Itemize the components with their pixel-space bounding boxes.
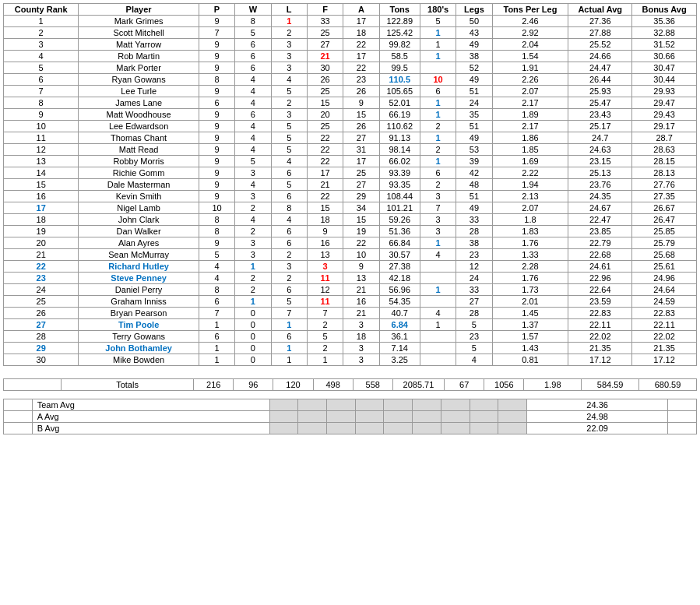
- table-cell: 21: [307, 51, 343, 62]
- table-cell: 99.82: [379, 39, 420, 51]
- table-cell: 99.5: [379, 62, 420, 74]
- table-cell: 25.79: [632, 237, 697, 249]
- table-cell: 8: [4, 97, 79, 109]
- table-cell: 2: [420, 121, 456, 132]
- table-cell: 52.01: [379, 97, 420, 109]
- table-cell: 1: [199, 354, 234, 366]
- table-cell: 16: [343, 296, 379, 308]
- table-cell: Matt Read: [79, 144, 199, 156]
- table-cell: 3: [271, 62, 307, 74]
- avg-row: Team Avg24.36: [4, 399, 697, 411]
- table-cell: 11: [4, 132, 79, 144]
- table-cell: [420, 343, 456, 354]
- table-cell: 27: [343, 132, 379, 144]
- table-cell: 6: [235, 51, 271, 62]
- table-cell: 9: [307, 226, 343, 237]
- table-cell: 6.84: [379, 319, 420, 331]
- header-actual-avg: Actual Avg: [568, 4, 632, 16]
- table-cell: 12: [456, 261, 492, 273]
- table-cell: 110.62: [379, 121, 420, 132]
- table-cell: 4: [420, 249, 456, 261]
- header-180s: 180's: [420, 4, 456, 16]
- totals-section: Totals 216 96 120 498 558 2085.71 67 105…: [3, 378, 697, 391]
- table-cell: 4: [271, 156, 307, 167]
- main-table: County Rank Player P W L F A Tons 180's …: [3, 3, 697, 366]
- table-cell: Lee Turle: [79, 86, 199, 97]
- table-cell: 28: [456, 308, 492, 319]
- table-cell: 8: [235, 16, 271, 27]
- table-cell: John Clark: [79, 214, 199, 226]
- table-cell: 5: [235, 156, 271, 167]
- table-cell: 2.17: [492, 121, 568, 132]
- table-cell: 6: [4, 74, 79, 86]
- table-row: 20Alan Ayres936162266.841381.7622.7925.7…: [4, 237, 697, 249]
- table-row: 28Terry Gowans60651836.1231.5722.0222.02: [4, 331, 697, 343]
- table-cell: 26.47: [632, 214, 697, 226]
- table-cell: 2: [4, 27, 79, 39]
- table-cell: 24: [456, 273, 492, 284]
- table-cell: 4: [4, 51, 79, 62]
- table-cell: Ryan Gowans: [79, 74, 199, 86]
- table-cell: 3: [420, 191, 456, 202]
- table-cell: 12: [307, 284, 343, 296]
- table-cell: 25.93: [568, 86, 632, 97]
- table-cell: 12: [4, 144, 79, 156]
- table-cell: 3: [307, 261, 343, 273]
- totals-label: Totals: [61, 379, 193, 391]
- avg-cell: [298, 411, 327, 423]
- table-cell: 21.35: [632, 343, 697, 354]
- table-row: 12Matt Read945223198.142531.8524.6328.63: [4, 144, 697, 156]
- table-cell: 26.67: [632, 202, 697, 214]
- avg-cell: [269, 423, 298, 434]
- totals-w: 96: [234, 379, 273, 391]
- table-cell: 16: [4, 191, 79, 202]
- totals-tons: 2085.71: [392, 379, 444, 391]
- table-cell: 17: [343, 156, 379, 167]
- table-cell: 5: [420, 16, 456, 27]
- table-cell: 56.96: [379, 284, 420, 296]
- table-cell: 2: [271, 97, 307, 109]
- table-cell: 93.35: [379, 179, 420, 191]
- table-cell: 2: [271, 27, 307, 39]
- table-cell: 17: [307, 167, 343, 179]
- table-cell: 8: [271, 202, 307, 214]
- table-cell: 23: [456, 249, 492, 261]
- table-cell: 26: [307, 74, 343, 86]
- table-cell: 8: [199, 214, 234, 226]
- table-cell: 5: [271, 296, 307, 308]
- table-row: 13Robby Morris954221766.021391.6923.1528…: [4, 156, 697, 167]
- table-cell: 38: [456, 237, 492, 249]
- table-cell: 2: [307, 319, 343, 331]
- table-cell: 9: [343, 97, 379, 109]
- table-cell: 0: [235, 354, 271, 366]
- header-county-rank: County Rank: [4, 4, 79, 16]
- table-cell: Lee Edwardson: [79, 121, 199, 132]
- table-cell: 1: [271, 354, 307, 366]
- table-cell: 24.61: [568, 261, 632, 273]
- table-cell: 22.11: [568, 319, 632, 331]
- table-cell: 7: [199, 27, 234, 39]
- table-cell: 18: [343, 27, 379, 39]
- avg-cell: [498, 423, 527, 434]
- avg-cell: [298, 423, 327, 434]
- table-cell: Kevin Smith: [79, 191, 199, 202]
- avg-cell: [298, 399, 327, 411]
- table-cell: 9: [199, 179, 234, 191]
- table-cell: 5: [271, 86, 307, 97]
- table-cell: 9: [199, 121, 234, 132]
- table-cell: 29.47: [632, 97, 697, 109]
- table-cell: 33: [456, 284, 492, 296]
- avg-cell: A Avg: [32, 411, 269, 423]
- table-cell: 1: [235, 296, 271, 308]
- table-cell: Mark Grimes: [79, 16, 199, 27]
- table-cell: 49: [456, 202, 492, 214]
- table-cell: 20: [4, 237, 79, 249]
- table-cell: 1: [4, 16, 79, 27]
- table-cell: 122.89: [379, 16, 420, 27]
- table-cell: 2: [420, 179, 456, 191]
- table-cell: 21.35: [568, 343, 632, 354]
- table-cell: 35: [456, 109, 492, 121]
- table-cell: 22.83: [632, 308, 697, 319]
- table-cell: 3: [343, 343, 379, 354]
- avg-cell: [668, 399, 697, 411]
